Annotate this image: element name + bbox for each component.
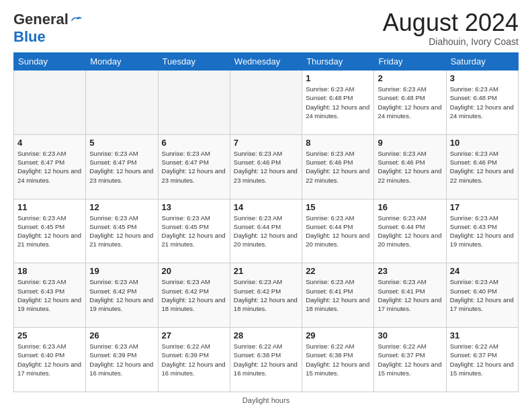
day-info: Sunrise: 6:23 AM Sunset: 6:43 PM Dayligh…: [450, 214, 515, 249]
day-info: Sunrise: 6:23 AM Sunset: 6:40 PM Dayligh…: [17, 342, 82, 377]
logo-general: General: [13, 11, 69, 28]
day-number: 10: [450, 138, 515, 148]
day-info: Sunrise: 6:23 AM Sunset: 6:39 PM Dayligh…: [89, 342, 154, 377]
calendar-cell-empty: [14, 71, 86, 135]
location: Diahouin, Ivory Coast: [383, 36, 519, 47]
day-number: 18: [17, 266, 82, 276]
day-info: Sunrise: 6:23 AM Sunset: 6:46 PM Dayligh…: [450, 149, 515, 185]
calendar-cell-28: 28Sunrise: 6:22 AM Sunset: 6:38 PM Dayli…: [230, 328, 302, 392]
day-info: Sunrise: 6:23 AM Sunset: 6:48 PM Dayligh…: [378, 85, 442, 120]
day-info: Sunrise: 6:22 AM Sunset: 6:37 PM Dayligh…: [450, 342, 515, 377]
calendar-header-saturday: Saturday: [446, 53, 518, 71]
calendar-cell-31: 31Sunrise: 6:22 AM Sunset: 6:37 PM Dayli…: [446, 328, 518, 392]
day-number: 9: [378, 138, 442, 148]
footer: Daylight hours: [13, 396, 519, 404]
calendar-cell-5: 5Sunrise: 6:23 AM Sunset: 6:47 PM Daylig…: [86, 134, 158, 199]
calendar-cell-19: 19Sunrise: 6:23 AM Sunset: 6:42 PM Dayli…: [86, 263, 158, 328]
calendar-header-sunday: Sunday: [14, 53, 86, 71]
day-info: Sunrise: 6:23 AM Sunset: 6:45 PM Dayligh…: [17, 214, 82, 249]
day-number: 2: [378, 73, 442, 83]
day-info: Sunrise: 6:23 AM Sunset: 6:40 PM Dayligh…: [450, 277, 515, 313]
calendar-cell-15: 15Sunrise: 6:23 AM Sunset: 6:44 PM Dayli…: [302, 199, 374, 263]
calendar-week-5: 25Sunrise: 6:23 AM Sunset: 6:40 PM Dayli…: [14, 328, 519, 392]
day-info: Sunrise: 6:23 AM Sunset: 6:45 PM Dayligh…: [162, 214, 226, 249]
calendar-cell-27: 27Sunrise: 6:22 AM Sunset: 6:39 PM Dayli…: [158, 328, 230, 392]
day-info: Sunrise: 6:23 AM Sunset: 6:43 PM Dayligh…: [17, 277, 82, 313]
calendar-cell-20: 20Sunrise: 6:23 AM Sunset: 6:42 PM Dayli…: [158, 263, 230, 328]
day-number: 24: [450, 266, 515, 276]
day-info: Sunrise: 6:23 AM Sunset: 6:47 PM Dayligh…: [162, 149, 226, 185]
logo-blue: Blue: [13, 28, 46, 45]
calendar-cell-17: 17Sunrise: 6:23 AM Sunset: 6:43 PM Dayli…: [446, 199, 518, 263]
day-info: Sunrise: 6:23 AM Sunset: 6:46 PM Dayligh…: [234, 149, 298, 185]
day-number: 30: [378, 330, 442, 340]
calendar-header-row: SundayMondayTuesdayWednesdayThursdayFrid…: [14, 53, 519, 71]
title-block: August 2024 Diahouin, Ivory Coast: [383, 11, 519, 47]
calendar-cell-7: 7Sunrise: 6:23 AM Sunset: 6:46 PM Daylig…: [230, 134, 302, 199]
daylight-hours-label: Daylight hours: [242, 396, 290, 404]
day-info: Sunrise: 6:23 AM Sunset: 6:44 PM Dayligh…: [234, 214, 298, 249]
day-info: Sunrise: 6:22 AM Sunset: 6:39 PM Dayligh…: [162, 342, 226, 377]
calendar-header-monday: Monday: [86, 53, 158, 71]
calendar-cell-29: 29Sunrise: 6:22 AM Sunset: 6:38 PM Dayli…: [302, 328, 374, 392]
day-number: 19: [89, 266, 154, 276]
calendar-header-friday: Friday: [374, 53, 446, 71]
calendar-cell-23: 23Sunrise: 6:23 AM Sunset: 6:41 PM Dayli…: [374, 263, 446, 328]
calendar-week-4: 18Sunrise: 6:23 AM Sunset: 6:43 PM Dayli…: [14, 263, 519, 328]
calendar-cell-10: 10Sunrise: 6:23 AM Sunset: 6:46 PM Dayli…: [446, 134, 518, 199]
day-info: Sunrise: 6:22 AM Sunset: 6:37 PM Dayligh…: [378, 342, 442, 377]
calendar-cell-8: 8Sunrise: 6:23 AM Sunset: 6:46 PM Daylig…: [302, 134, 374, 199]
day-info: Sunrise: 6:23 AM Sunset: 6:41 PM Dayligh…: [306, 277, 370, 313]
logo: General Blue: [13, 11, 83, 46]
calendar-cell-24: 24Sunrise: 6:23 AM Sunset: 6:40 PM Dayli…: [446, 263, 518, 328]
day-info: Sunrise: 6:23 AM Sunset: 6:42 PM Dayligh…: [162, 277, 226, 313]
day-number: 31: [450, 330, 515, 340]
calendar-week-3: 11Sunrise: 6:23 AM Sunset: 6:45 PM Dayli…: [14, 199, 519, 263]
day-number: 1: [306, 73, 370, 83]
day-info: Sunrise: 6:23 AM Sunset: 6:42 PM Dayligh…: [89, 277, 154, 313]
day-number: 28: [234, 330, 298, 340]
calendar-cell-3: 3Sunrise: 6:23 AM Sunset: 6:48 PM Daylig…: [446, 71, 518, 135]
day-info: Sunrise: 6:23 AM Sunset: 6:44 PM Dayligh…: [306, 214, 370, 249]
day-number: 29: [306, 330, 370, 340]
day-number: 27: [162, 330, 226, 340]
calendar-cell-26: 26Sunrise: 6:23 AM Sunset: 6:39 PM Dayli…: [86, 328, 158, 392]
month-title: August 2024: [383, 11, 519, 35]
day-number: 25: [17, 330, 82, 340]
calendar-cell-30: 30Sunrise: 6:22 AM Sunset: 6:37 PM Dayli…: [374, 328, 446, 392]
day-info: Sunrise: 6:22 AM Sunset: 6:38 PM Dayligh…: [234, 342, 298, 377]
day-number: 21: [234, 266, 298, 276]
calendar-cell-25: 25Sunrise: 6:23 AM Sunset: 6:40 PM Dayli…: [14, 328, 86, 392]
day-info: Sunrise: 6:23 AM Sunset: 6:46 PM Dayligh…: [378, 149, 442, 185]
day-number: 20: [162, 266, 226, 276]
day-number: 14: [234, 202, 298, 212]
calendar-cell-empty: [230, 71, 302, 135]
day-number: 17: [450, 202, 515, 212]
logo-bird-icon: [70, 15, 83, 24]
calendar-header-wednesday: Wednesday: [230, 53, 302, 71]
day-info: Sunrise: 6:22 AM Sunset: 6:38 PM Dayligh…: [306, 342, 370, 377]
calendar-cell-1: 1Sunrise: 6:23 AM Sunset: 6:48 PM Daylig…: [302, 71, 374, 135]
calendar-cell-4: 4Sunrise: 6:23 AM Sunset: 6:47 PM Daylig…: [14, 134, 86, 199]
day-number: 23: [378, 266, 442, 276]
calendar-header-thursday: Thursday: [302, 53, 374, 71]
calendar-cell-11: 11Sunrise: 6:23 AM Sunset: 6:45 PM Dayli…: [14, 199, 86, 263]
calendar-cell-6: 6Sunrise: 6:23 AM Sunset: 6:47 PM Daylig…: [158, 134, 230, 199]
header: General Blue August 2024 Diahouin, Ivory…: [13, 11, 519, 47]
day-info: Sunrise: 6:23 AM Sunset: 6:46 PM Dayligh…: [306, 149, 370, 185]
day-number: 8: [306, 138, 370, 148]
day-number: 22: [306, 266, 370, 276]
day-number: 13: [162, 202, 226, 212]
day-number: 26: [89, 330, 154, 340]
calendar-week-1: 1Sunrise: 6:23 AM Sunset: 6:48 PM Daylig…: [14, 71, 519, 135]
calendar-cell-21: 21Sunrise: 6:23 AM Sunset: 6:42 PM Dayli…: [230, 263, 302, 328]
day-info: Sunrise: 6:23 AM Sunset: 6:45 PM Dayligh…: [89, 214, 154, 249]
calendar-week-2: 4Sunrise: 6:23 AM Sunset: 6:47 PM Daylig…: [14, 134, 519, 199]
day-number: 11: [17, 202, 82, 212]
day-number: 6: [162, 138, 226, 148]
calendar-cell-9: 9Sunrise: 6:23 AM Sunset: 6:46 PM Daylig…: [374, 134, 446, 199]
day-number: 12: [89, 202, 154, 212]
day-info: Sunrise: 6:23 AM Sunset: 6:44 PM Dayligh…: [378, 214, 442, 249]
calendar-cell-16: 16Sunrise: 6:23 AM Sunset: 6:44 PM Dayli…: [374, 199, 446, 263]
day-number: 7: [234, 138, 298, 148]
